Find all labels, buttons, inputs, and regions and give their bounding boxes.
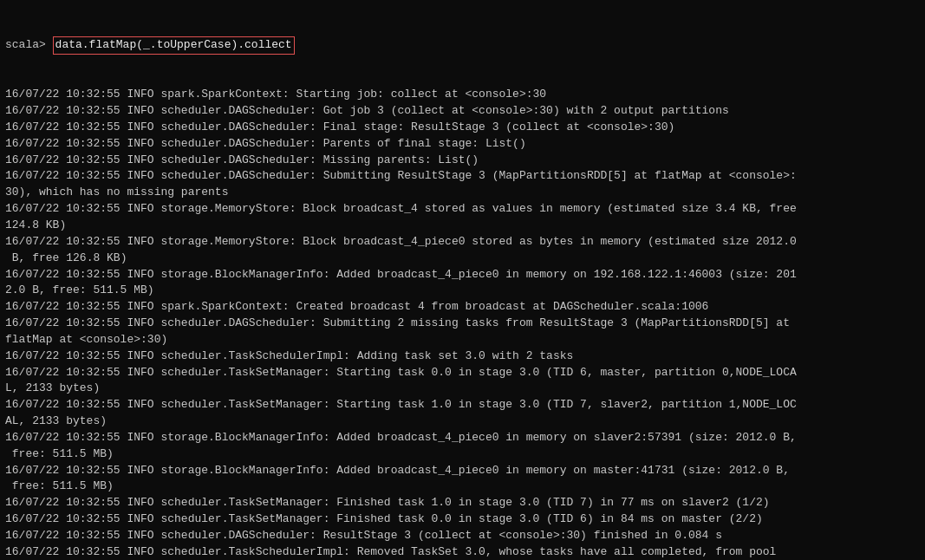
log-line: 16/07/22 10:32:55 INFO spark.SparkContex…: [5, 299, 920, 316]
log-output: 16/07/22 10:32:55 INFO spark.SparkContex…: [5, 87, 920, 560]
log-line: 16/07/22 10:32:55 INFO scheduler.DAGSche…: [5, 103, 920, 120]
log-line: B, free 126.8 KB): [5, 251, 920, 267]
log-line: free: 511.5 MB): [5, 446, 920, 463]
log-line: 16/07/22 10:32:55 INFO storage.BlockMana…: [5, 430, 920, 446]
log-line: 16/07/22 10:32:55 INFO scheduler.TaskSet…: [5, 495, 920, 511]
log-line: 16/07/22 10:32:55 INFO scheduler.TaskSet…: [5, 365, 920, 381]
log-line: 16/07/22 10:32:55 INFO storage.MemorySto…: [5, 234, 920, 251]
scala-prompt: scala>: [5, 37, 53, 54]
log-line: 16/07/22 10:32:55 INFO scheduler.TaskSch…: [5, 544, 920, 560]
log-line: 16/07/22 10:32:55 INFO scheduler.DAGSche…: [5, 153, 920, 169]
log-line: 16/07/22 10:32:55 INFO storage.MemorySto…: [5, 201, 920, 218]
log-line: 2.0 B, free: 511.5 MB): [5, 283, 920, 299]
terminal-window: scala> data.flatMap(_.toUpperCase).colle…: [0, 0, 925, 560]
log-line: free: 511.5 MB): [5, 479, 920, 495]
log-line: 16/07/22 10:32:55 INFO scheduler.DAGSche…: [5, 316, 920, 332]
log-line: 16/07/22 10:32:55 INFO scheduler.DAGSche…: [5, 168, 920, 185]
log-line: flatMap at <console>:30): [5, 332, 920, 348]
log-line: 124.8 KB): [5, 218, 920, 234]
log-line: L, 2133 bytes): [5, 381, 920, 397]
log-line: 16/07/22 10:32:55 INFO spark.SparkContex…: [5, 87, 920, 103]
prompt-line: scala> data.flatMap(_.toUpperCase).colle…: [5, 36, 920, 55]
log-line: 16/07/22 10:32:55 INFO scheduler.TaskSet…: [5, 511, 920, 528]
log-line: 16/07/22 10:32:55 INFO storage.BlockMana…: [5, 463, 920, 479]
command-input: data.flatMap(_.toUpperCase).collect: [53, 36, 295, 55]
log-line: AL, 2133 bytes): [5, 413, 920, 430]
log-line: 16/07/22 10:32:55 INFO scheduler.DAGSche…: [5, 136, 920, 153]
log-line: 30), which has no missing parents: [5, 185, 920, 201]
log-line: 16/07/22 10:32:55 INFO scheduler.TaskSch…: [5, 348, 920, 365]
log-line: 16/07/22 10:32:55 INFO scheduler.DAGSche…: [5, 528, 920, 544]
log-line: 16/07/22 10:32:55 INFO scheduler.TaskSet…: [5, 397, 920, 413]
log-line: 16/07/22 10:32:55 INFO storage.BlockMana…: [5, 267, 920, 283]
log-line: 16/07/22 10:32:55 INFO scheduler.DAGSche…: [5, 120, 920, 136]
